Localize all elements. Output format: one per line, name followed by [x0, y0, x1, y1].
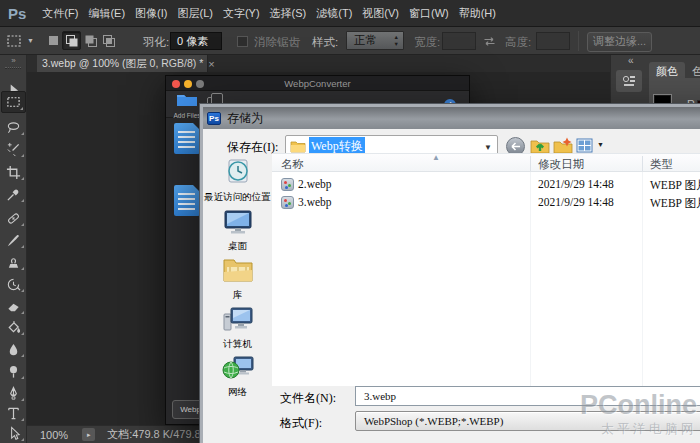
file-row[interactable]: 2.webp 2021/9/29 14:48 WEBP 图片文 — [272, 176, 700, 194]
rectangular-marquee-tool[interactable] — [1, 91, 26, 113]
file-name: 3.webp — [298, 196, 332, 208]
add-selection-mode-button[interactable] — [62, 31, 81, 50]
dialog-titlebar[interactable]: Ps 存储为 — [203, 107, 700, 129]
file-type: WEBP 图片文 — [650, 178, 700, 193]
menu-help[interactable]: 帮助(H) — [454, 6, 501, 21]
column-date[interactable]: 修改日期 — [538, 157, 584, 172]
menu-image[interactable]: 图像(I) — [130, 6, 172, 21]
style-select[interactable]: 正常 ▲▼ — [346, 31, 404, 50]
file-row[interactable]: 3.webp 2021/9/29 14:48 WEBP 图片文 — [272, 194, 700, 212]
place-libraries[interactable]: 库 — [203, 256, 272, 302]
close-traffic-light[interactable] — [172, 80, 180, 88]
tab-swatches[interactable]: 色板 — [685, 62, 700, 78]
type-tool-icon — [6, 406, 21, 421]
magic-wand-tool[interactable] — [1, 139, 26, 159]
brush-tool[interactable] — [1, 230, 26, 250]
paint-bucket-tool[interactable] — [1, 317, 26, 337]
lasso-tool[interactable] — [1, 117, 26, 137]
menu-layer[interactable]: 图层(L) — [172, 6, 217, 21]
status-doc-icon[interactable]: ▸ — [82, 428, 95, 441]
toolbar-grip[interactable] — [5, 67, 21, 69]
subtract-selection-icon — [84, 34, 98, 48]
save-in-dropdown-arrow[interactable]: ▼ — [484, 143, 492, 152]
dodge-tool[interactable] — [1, 361, 26, 381]
place-label: 桌面 — [203, 240, 272, 253]
eyedropper-tool[interactable] — [1, 184, 26, 204]
intersect-selection-mode-button[interactable] — [99, 31, 118, 50]
place-computer[interactable]: 计算机 — [203, 305, 272, 351]
panel-dock-icon[interactable] — [616, 70, 642, 92]
menu-window[interactable]: 窗口(W) — [404, 6, 454, 21]
adjustments-panel-icon — [622, 75, 636, 87]
history-brush-icon — [6, 277, 21, 292]
webpconverter-titlebar[interactable]: WebpConverter — [166, 76, 469, 91]
toolbar-collapse-icon[interactable]: » — [0, 56, 26, 65]
refine-edge-button[interactable]: 调整边缘... — [587, 32, 652, 52]
history-brush-tool[interactable] — [1, 274, 26, 294]
queued-file-icon[interactable] — [174, 185, 200, 216]
column-name[interactable]: 名称 — [281, 157, 304, 172]
column-type[interactable]: 类型 — [650, 157, 673, 172]
lasso-tool-icon — [6, 120, 21, 135]
place-network[interactable]: 网络 — [203, 353, 272, 399]
watermark-line2: 太平洋电脑网 — [580, 421, 697, 438]
subtract-selection-mode-button[interactable] — [81, 31, 100, 50]
tab-color[interactable]: 颜色 — [649, 62, 685, 78]
queued-file-icon[interactable] — [174, 123, 200, 154]
file-name-label: 文件名(N): — [280, 390, 336, 407]
computer-icon — [222, 305, 254, 333]
width-input[interactable] — [442, 32, 476, 50]
zoom-traffic-light[interactable] — [196, 80, 204, 88]
place-recent[interactable]: 最近访问的位置 — [203, 158, 272, 204]
dodge-tool-icon — [6, 364, 21, 379]
file-date: 2021/9/29 14:48 — [538, 178, 614, 190]
pen-tool[interactable] — [1, 383, 26, 403]
format-label: 格式(F): — [280, 415, 322, 432]
antialias-label: 消除锯齿 — [254, 35, 300, 50]
photoshop-logo: Ps — [8, 5, 26, 22]
file-name: 2.webp — [298, 178, 332, 190]
blur-tool[interactable] — [1, 339, 26, 359]
style-spinner-icon: ▲▼ — [394, 34, 399, 47]
place-desktop[interactable]: 桌面 — [203, 209, 272, 253]
libraries-icon — [222, 256, 254, 284]
brush-tool-icon — [6, 233, 21, 248]
type-tool[interactable] — [1, 403, 26, 423]
tool-preset-picker[interactable] — [6, 34, 22, 52]
tab-close-icon[interactable]: × — [208, 58, 214, 70]
blur-tool-icon — [6, 342, 21, 357]
eraser-tool[interactable] — [1, 296, 26, 316]
menu-select[interactable]: 选择(S) — [265, 6, 312, 21]
views-icon — [576, 138, 593, 153]
document-tab[interactable]: 3.webp @ 100% (图层 0, RGB/8) * × — [37, 55, 208, 72]
antialias-checkbox[interactable] — [237, 36, 248, 47]
clone-stamp-icon — [6, 255, 21, 270]
healing-brush-tool[interactable] — [1, 208, 26, 228]
recent-places-icon — [223, 158, 253, 186]
new-selection-mode-button[interactable] — [44, 31, 63, 50]
sort-ascending-icon: ▲ — [432, 153, 440, 162]
swap-dimensions-icon[interactable] — [482, 36, 497, 47]
menu-edit[interactable]: 编辑(E) — [83, 6, 130, 21]
menu-type[interactable]: 文字(Y) — [218, 6, 265, 21]
add-files-folder-icon — [176, 93, 198, 107]
desktop-icon — [222, 209, 254, 235]
menu-file[interactable]: 文件(F) — [37, 6, 83, 21]
menu-bar: Ps 文件(F) 编辑(E) 图像(I) 图层(L) 文字(Y) 选择(S) 滤… — [0, 0, 700, 27]
dock-collapse-icon[interactable]: « — [628, 55, 634, 66]
zoom-level[interactable]: 100% — [40, 429, 68, 441]
path-selection-tool[interactable] — [1, 423, 26, 443]
minimize-traffic-light[interactable] — [184, 80, 192, 88]
style-label: 样式: — [312, 35, 338, 50]
menu-view[interactable]: 视图(V) — [357, 6, 404, 21]
clone-stamp-tool[interactable] — [1, 252, 26, 272]
crop-tool[interactable] — [1, 162, 26, 182]
place-label: 计算机 — [203, 338, 272, 351]
feather-input[interactable]: 0 像素 — [170, 32, 222, 50]
paint-bucket-icon — [6, 320, 21, 335]
network-icon — [222, 353, 254, 381]
webp-file-icon — [281, 196, 294, 209]
menu-filter[interactable]: 滤镜(T) — [311, 6, 357, 21]
style-value: 正常 — [354, 34, 377, 46]
height-input[interactable] — [536, 32, 570, 50]
